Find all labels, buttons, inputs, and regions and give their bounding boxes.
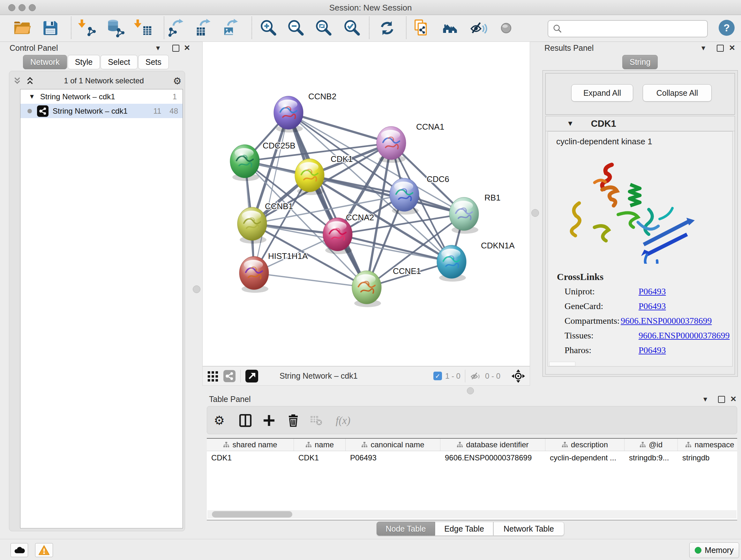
table-row[interactable]: CDK1 CDK1 P06493 9606.ENSP00000378699 cy… — [207, 451, 737, 464]
scrollbar-thumb[interactable] — [212, 511, 292, 517]
results-panel-float-icon[interactable] — [717, 45, 724, 52]
section-collapse-icon[interactable]: ▼ — [567, 119, 574, 128]
preview-eye-button[interactable] — [495, 17, 517, 39]
left-splitter-handle[interactable] — [193, 286, 200, 293]
export-table-button[interactable] — [194, 17, 215, 39]
control-panel-menu-icon[interactable]: ▾ — [156, 44, 160, 52]
search-input[interactable] — [565, 24, 707, 34]
network-node-CDKN1A[interactable] — [437, 245, 466, 282]
results-panel-close-icon[interactable]: ✕ — [729, 44, 735, 52]
expand-all-button[interactable]: Expand All — [571, 84, 633, 102]
zoom-in-button[interactable] — [258, 17, 279, 39]
control-panel-close-icon[interactable]: ✕ — [184, 44, 190, 52]
network-node-CCNB1[interactable] — [238, 207, 267, 244]
warnings-button[interactable] — [35, 543, 53, 557]
cell-description[interactable]: cyclin-dependent ... — [545, 451, 624, 464]
show-columns-icon[interactable] — [236, 411, 255, 430]
bottom-splitter-handle[interactable] — [467, 387, 474, 394]
crosslink-pharos[interactable]: P06493 — [638, 345, 666, 355]
network-edge[interactable] — [288, 113, 367, 287]
cell-id[interactable]: stringdb:9... — [624, 451, 678, 464]
network-edge[interactable] — [254, 273, 367, 287]
network-node-CCNE1[interactable] — [352, 271, 381, 307]
tab-string[interactable]: String — [622, 55, 658, 69]
tab-style[interactable]: Style — [68, 55, 100, 69]
column-header[interactable]: shared name — [207, 439, 294, 451]
collapse-all-button[interactable]: Collapse All — [643, 84, 712, 102]
results-panel-menu-icon[interactable]: ▾ — [701, 44, 705, 52]
results-scrollbar[interactable] — [549, 362, 576, 366]
hidden-eye-icon[interactable] — [470, 370, 482, 382]
gear-icon[interactable]: ⚙ — [173, 75, 182, 86]
hide-unselected-button[interactable] — [468, 17, 489, 39]
home-button[interactable] — [440, 17, 461, 39]
zoom-fit-button[interactable] — [313, 17, 334, 39]
grid-view-icon[interactable] — [207, 371, 218, 381]
import-table-button[interactable] — [133, 17, 154, 39]
export-network-button[interactable] — [166, 17, 188, 39]
column-header[interactable]: canonical name — [346, 439, 441, 451]
network-node-HIST1H1A[interactable] — [239, 256, 269, 293]
crosslink-tissues[interactable]: 9606.ENSP00000378699 — [638, 330, 730, 341]
table-horizontal-scrollbar[interactable] — [207, 510, 737, 518]
network-node-CCNB2[interactable] — [274, 96, 303, 132]
network-node-CCNA1[interactable] — [377, 126, 406, 163]
table-panel-close-icon[interactable]: ✕ — [730, 395, 737, 403]
tab-node-table[interactable]: Node Table — [377, 522, 435, 536]
table-panel-float-icon[interactable] — [718, 396, 725, 403]
export-image-button[interactable] — [221, 17, 242, 39]
open-in-window-icon[interactable] — [245, 369, 259, 383]
selected-nodes-checkbox[interactable]: ✓ — [433, 372, 442, 380]
crosslink-genecard[interactable]: P06493 — [638, 301, 666, 311]
network-edge[interactable] — [254, 113, 288, 273]
import-network-file-button[interactable] — [77, 17, 98, 39]
network-node-CDK1[interactable] — [295, 159, 324, 195]
import-network-database-button[interactable] — [105, 17, 125, 39]
control-panel-float-icon[interactable] — [172, 45, 179, 52]
network-edge[interactable] — [288, 113, 391, 143]
zoom-out-button[interactable] — [285, 17, 306, 39]
tab-select[interactable]: Select — [100, 55, 137, 69]
cell-database-identifier[interactable]: 9606.ENSP00000378699 — [441, 451, 545, 464]
column-header[interactable]: description — [545, 439, 624, 451]
delete-column-icon[interactable] — [284, 411, 303, 430]
column-header[interactable]: namespace — [678, 439, 737, 451]
open-session-button[interactable] — [12, 17, 33, 39]
crosslink-compartments[interactable]: 9606.ENSP00000378699 — [621, 316, 712, 326]
add-column-icon[interactable] — [259, 411, 279, 430]
help-button[interactable]: ? — [719, 20, 735, 36]
cell-shared-name[interactable]: CDK1 — [207, 451, 294, 464]
copy-network-button[interactable] — [411, 17, 432, 39]
save-session-button[interactable] — [40, 17, 61, 39]
column-header[interactable]: database identifier — [441, 439, 545, 451]
crosslink-uniprot[interactable]: P06493 — [638, 287, 666, 297]
zoom-selected-button[interactable] — [341, 17, 362, 39]
tab-network[interactable]: Network — [23, 55, 67, 69]
table-panel-menu-icon[interactable]: ▾ — [703, 395, 707, 403]
collapse-all-icon[interactable] — [12, 76, 22, 85]
memory-button[interactable]: Memory — [689, 543, 739, 558]
tab-sets[interactable]: Sets — [138, 55, 169, 69]
network-view-icon[interactable] — [223, 370, 236, 382]
cell-name[interactable]: CDK1 — [294, 451, 346, 464]
column-header[interactable]: @id — [624, 439, 678, 451]
network-node-RB1[interactable] — [449, 197, 479, 234]
table-gear-icon[interactable]: ⚙ — [210, 411, 229, 430]
column-header[interactable]: name — [294, 439, 346, 451]
tab-network-table[interactable]: Network Table — [493, 522, 564, 536]
network-node-CDC6[interactable] — [390, 178, 419, 214]
cell-canonical-name[interactable]: P06493 — [346, 451, 441, 464]
cell-namespace[interactable]: stringdb — [678, 451, 737, 464]
network-canvas[interactable]: CCNB2CCNA1CDC25BCDK1CDC6RB1CCNB1CCNA2CDK… — [202, 42, 530, 366]
cloud-button[interactable] — [10, 543, 28, 557]
network-row[interactable]: String Network – cdk1 11 48 — [20, 104, 183, 118]
network-graph[interactable]: CCNB2CCNA1CDC25BCDK1CDC6RB1CCNB1CCNA2CDK… — [203, 42, 530, 366]
network-collection-row[interactable]: ▼ String Network – cdk1 1 — [20, 89, 183, 104]
birds-eye-view-icon[interactable] — [511, 369, 525, 383]
right-splitter-handle[interactable] — [531, 209, 539, 217]
network-node-CCNA2[interactable] — [323, 218, 352, 254]
expand-all-icon[interactable] — [25, 76, 35, 85]
node-section-header[interactable]: ▼ CDK1 — [546, 116, 735, 131]
tree-expander-icon[interactable]: ▼ — [29, 93, 35, 100]
network-node-CDC25B[interactable] — [230, 145, 259, 181]
